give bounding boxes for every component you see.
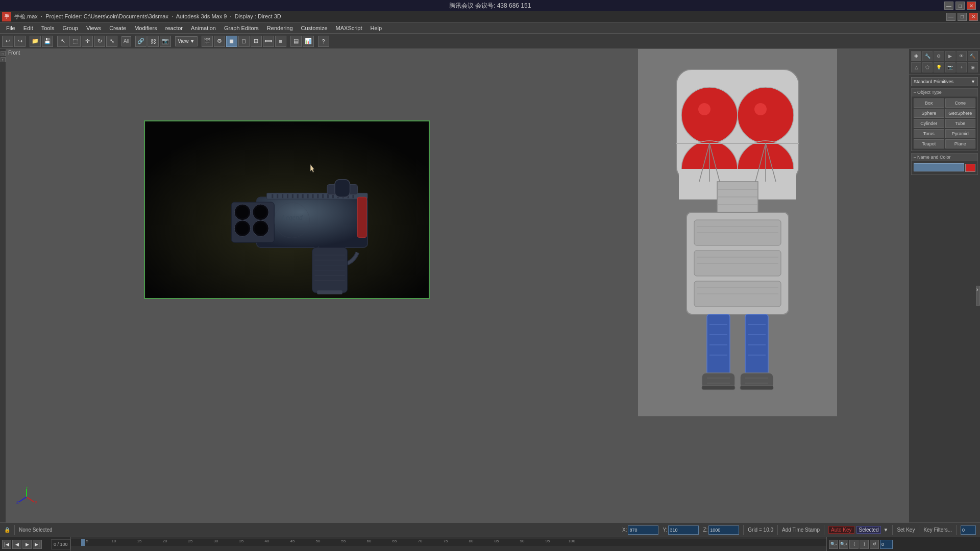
zoom-out-button[interactable]: 🔍- (829, 540, 838, 549)
prev-key-button[interactable]: ⟨ (849, 540, 859, 549)
layer-button[interactable]: ▤ (290, 36, 302, 47)
torus-button[interactable]: Torus (914, 129, 944, 138)
scroll-handle[interactable]: › (976, 286, 980, 306)
color-swatch[interactable] (965, 164, 975, 172)
loop-button[interactable]: ↺ (870, 540, 879, 549)
graph-button[interactable]: 📊 (303, 36, 314, 47)
menu-views[interactable]: Views (82, 24, 105, 32)
display-tab[interactable]: 👁 (957, 51, 967, 61)
light-tab[interactable]: 💡 (934, 62, 944, 72)
mirror-button[interactable]: ⟺ (263, 36, 274, 47)
close-button[interactable]: ✕ (967, 2, 976, 10)
z-coord-input[interactable] (708, 525, 739, 535)
shading-button[interactable]: ◼ (226, 36, 237, 47)
pyramid-button[interactable]: Pyramid (945, 129, 976, 138)
teapot-button[interactable]: Teapot (914, 139, 944, 148)
select-region-button[interactable]: ⬚ (69, 36, 81, 47)
helper-tab[interactable]: + (957, 62, 967, 72)
align-button[interactable]: ≡ (275, 36, 286, 47)
geo-tab[interactable]: △ (911, 62, 921, 72)
open-button[interactable]: 📁 (30, 36, 41, 47)
camera-button[interactable]: 📷 (160, 36, 171, 47)
plane-button[interactable]: Plane (945, 139, 976, 148)
viewport-front[interactable]: Legend (144, 120, 430, 299)
link-button[interactable]: 🔗 (135, 36, 146, 47)
box-button[interactable]: Box (914, 98, 944, 108)
timeline-indicator[interactable] (81, 539, 85, 546)
move-button[interactable]: ✛ (82, 36, 93, 47)
save-button[interactable]: 💾 (42, 36, 53, 47)
x-coord-input[interactable] (628, 525, 658, 535)
timeline-track[interactable]: 5 10 15 20 25 30 35 40 45 50 55 60 65 70… (71, 539, 826, 546)
tube-button[interactable]: Tube (945, 119, 976, 128)
menu-file[interactable]: File (2, 24, 19, 32)
hierarchy-tab[interactable]: ⚙ (934, 51, 944, 61)
minimize-button[interactable]: — (944, 2, 953, 10)
svg-line-94 (19, 497, 27, 502)
frame-input[interactable] (961, 525, 976, 535)
space-tab[interactable]: ◉ (968, 62, 978, 72)
render-button[interactable]: 🎬 (202, 36, 213, 47)
menu-customize[interactable]: Customize (297, 24, 332, 32)
menu-reactor[interactable]: reactor (161, 24, 187, 32)
cone-button[interactable]: Cone (945, 98, 976, 108)
anim-next-frame[interactable]: ▶| (33, 540, 42, 549)
app-minimize-button[interactable]: — (946, 13, 955, 21)
app-maximize-button[interactable]: □ (958, 13, 967, 21)
x-label: X: (622, 527, 627, 533)
anim-play[interactable]: ▶ (22, 540, 32, 549)
primitives-dropdown[interactable]: Standard Primitives ▼ (911, 77, 978, 86)
utility-tab[interactable]: 🔨 (968, 51, 978, 61)
tl-100: 100 (569, 539, 575, 543)
end-frame-input[interactable] (880, 540, 893, 549)
menu-tools[interactable]: Tools (37, 24, 59, 32)
timeline[interactable]: 5 10 15 20 25 30 35 40 45 50 55 60 65 70… (70, 537, 827, 551)
redo-button[interactable]: ↪ (14, 36, 26, 47)
menu-create[interactable]: Create (105, 24, 130, 32)
shape-tab[interactable]: ⬠ (922, 62, 933, 72)
undo-button[interactable]: ↩ (2, 36, 13, 47)
anim-first-frame[interactable]: |◀ (2, 540, 11, 549)
create-tab[interactable]: ✚ (911, 51, 921, 61)
render-setup-button[interactable]: ⚙ (214, 36, 225, 47)
menu-graph-editors[interactable]: Graph Editors (220, 24, 263, 32)
zoom-in-button[interactable]: 🔍+ (839, 540, 848, 549)
wireframe-button[interactable]: ◻ (238, 36, 250, 47)
menu-help[interactable]: Help (366, 24, 386, 32)
gun-svg: Legend (145, 121, 429, 298)
next-key-button[interactable]: ⟩ (860, 540, 869, 549)
sidebar-btn-1[interactable]: ↔ (1, 51, 6, 56)
motion-tab[interactable]: ▶ (945, 51, 955, 61)
menu-maxscript[interactable]: MAXScript (332, 24, 366, 32)
svg-rect-14 (282, 194, 283, 198)
select-button[interactable]: ↖ (57, 36, 68, 47)
anim-prev-frame[interactable]: ◀ (12, 540, 21, 549)
name-input[interactable] (914, 163, 964, 171)
view-dropdown[interactable]: View ▼ (175, 36, 197, 46)
tl-30: 30 (214, 539, 218, 543)
sphere-button[interactable]: Sphere (914, 109, 944, 118)
y-coord-input[interactable] (668, 525, 699, 535)
scale-button[interactable]: ⤡ (106, 36, 117, 47)
z-label: Z: (703, 527, 707, 533)
menu-edit[interactable]: Edit (19, 24, 37, 32)
snap-button[interactable]: ⊞ (251, 36, 262, 47)
menu-group[interactable]: Group (58, 24, 82, 32)
viewport-area[interactable]: Front (6, 49, 909, 522)
menu-rendering[interactable]: Rendering (263, 24, 297, 32)
geosphere-button[interactable]: GeoSphere (945, 109, 976, 118)
rotate-button[interactable]: ↻ (94, 36, 105, 47)
help-button[interactable]: ? (318, 36, 329, 47)
app-close-button[interactable]: ✕ (969, 13, 978, 21)
sidebar-btn-2[interactable]: ↕ (1, 57, 6, 62)
menu-animation[interactable]: Animation (187, 24, 220, 32)
viewport-right[interactable] (638, 49, 837, 416)
modify-tab[interactable]: 🔧 (922, 51, 933, 61)
cylinder-button[interactable]: Cylinder (914, 119, 944, 128)
cam-tab[interactable]: 📷 (945, 62, 955, 72)
maximize-button[interactable]: □ (955, 2, 965, 10)
unlink-button[interactable]: ⛓ (148, 36, 159, 47)
svg-rect-16 (292, 194, 293, 198)
y-coord-group: Y: (663, 525, 699, 535)
menu-modifiers[interactable]: Modifiers (130, 24, 161, 32)
